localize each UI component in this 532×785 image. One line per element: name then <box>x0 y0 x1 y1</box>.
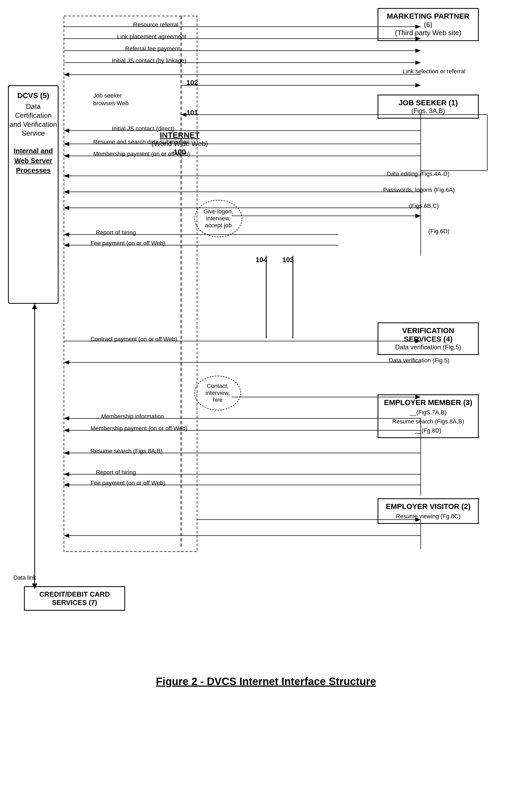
svg-marker-34 <box>64 232 69 237</box>
figs-6bc-label: (Figs.6B,C) <box>409 203 439 209</box>
employer-visitor-subtitle: Resume viewing (Fg.8C) <box>382 513 474 520</box>
svg-marker-36 <box>64 243 69 247</box>
give-logon-text: Give logon,interview,accept job <box>204 208 233 229</box>
job-seeker-browses-label: Job seekerbrowses Web <box>93 92 129 107</box>
svg-marker-52 <box>64 472 69 476</box>
svg-marker-58 <box>64 533 69 538</box>
svg-marker-26 <box>64 174 69 178</box>
svg-marker-50 <box>64 451 69 455</box>
employer-member-figs1: __(FigS.7A,B) <box>382 409 474 416</box>
employer-visitor-title: EMPLOYER VISITOR (2) <box>382 502 474 511</box>
dcvs-title: DCVS (5) <box>17 92 49 100</box>
svg-marker-10 <box>416 49 421 53</box>
initial-js-direct-label: Initial JS contact (direct) <box>112 125 175 132</box>
membership-payment-em-label: Membership payment (on or off Web) <box>90 425 187 432</box>
data-link-label: Data link <box>13 574 36 581</box>
employer-member-figs2: __(Fg.8D) <box>382 427 474 434</box>
membership-payment-js-label: Membership payment (on or off Web) <box>93 151 190 157</box>
svg-marker-16 <box>416 83 421 87</box>
fig-6d-label: (Fig.6D) <box>428 228 449 235</box>
contact-interview-text: Contact,interview,hire <box>206 383 230 403</box>
verification-services-title: VERIFICATIONSERVICES (4) <box>382 326 474 344</box>
data-verification-label: Data verification (Fig.5) <box>389 357 449 364</box>
svg-marker-32 <box>416 214 421 218</box>
verification-services-box: VERIFICATIONSERVICES (4) Data verificati… <box>378 323 479 355</box>
resource-referral-label: Resource referral <box>133 21 178 28</box>
resume-search-label: Resume search (Figs.8A,B) <box>90 448 162 455</box>
diagram-container: DCVS (5) DataCertificationand Verificati… <box>0 0 532 719</box>
svg-marker-14 <box>64 73 69 77</box>
employer-visitor-box: EMPLOYER VISITOR (2) Resume viewing (Fg.… <box>378 498 479 524</box>
svg-marker-48 <box>64 428 69 432</box>
report-hiring-js-label: Report of hiring <box>96 229 136 236</box>
figure-caption: Figure 2 - DVCS Internet Interface Struc… <box>156 676 376 687</box>
marketing-partner-subtitle: (6)(Third party Web site) <box>382 21 474 37</box>
job-seeker-box: JOB SEEKER (1) (Figs. 3A,B) <box>378 95 479 119</box>
dcvs-box: DCVS (5) DataCertificationand Verificati… <box>8 85 59 304</box>
employer-member-title: EMPLOYER MEMBER (3) <box>382 398 474 407</box>
fee-payment-js-label: Fee payment (on or off Web) <box>90 240 165 247</box>
dcvs-internal: Internal andWeb ServerProcesses <box>14 146 53 175</box>
num-103: 103 <box>282 256 294 264</box>
svg-marker-22 <box>64 142 69 146</box>
contact-interview-box: Contact,interview,hire <box>194 376 241 410</box>
svg-marker-28 <box>64 190 69 194</box>
svg-marker-18 <box>181 112 186 117</box>
num-102: 102 <box>186 79 198 87</box>
employer-member-resume: Resume search (Figs.8A,B) <box>382 418 474 425</box>
marketing-partner-box: MARKETING PARTNER (6)(Third party Web si… <box>378 8 479 41</box>
data-editing-label: Data editing (Figs.4A-D) <box>387 171 449 177</box>
initial-js-linkage-label: Initial JS contact (by linkage) <box>112 57 186 64</box>
credit-card-box: CREDIT/DEBIT CARD SERVICES (7) <box>24 586 125 611</box>
contract-payment-label: Contract payment (on or off Web) <box>90 336 177 343</box>
svg-marker-4 <box>32 304 37 309</box>
svg-marker-42 <box>64 360 69 364</box>
report-hiring-em-label: Report of hiring <box>96 469 136 476</box>
marketing-partner-title: MARKETING PARTNER <box>382 12 474 21</box>
employer-member-box: EMPLOYER MEMBER (3) __(FigS.7A,B) Resume… <box>378 395 479 438</box>
job-seeker-subtitle: (Figs. 3A,B) <box>382 107 474 115</box>
fee-payment-em-label: Fee payment (on or off Web) <box>90 480 165 486</box>
svg-marker-30 <box>64 206 69 210</box>
svg-marker-20 <box>64 128 69 133</box>
svg-marker-12 <box>416 60 421 65</box>
resume-submission-label: Resume and search data submission <box>93 138 190 146</box>
link-selection-label: Link selection or referral <box>403 68 466 75</box>
svg-marker-54 <box>64 483 69 487</box>
verification-services-subtitle: Data verification (Fig.5) <box>382 344 474 351</box>
link-placement-label: Link placement agreement <box>117 33 186 40</box>
svg-marker-46 <box>64 416 69 421</box>
num-104: 104 <box>256 256 267 264</box>
credit-card-title: CREDIT/DEBIT CARD SERVICES (7) <box>29 590 120 607</box>
num-101: 101 <box>186 109 198 117</box>
svg-marker-24 <box>64 154 69 158</box>
give-logon-box: Give logon,interview,accept job <box>194 200 242 237</box>
job-seeker-title: JOB SEEKER (1) <box>382 99 474 107</box>
passwords-logons-label: Passwords, logons (Fig.6A) <box>383 186 455 194</box>
referral-fee-label: Referral fee payment <box>125 45 180 52</box>
membership-info-label: Membership information <box>101 413 164 420</box>
dcvs-subtitle: DataCertificationand VerificationService <box>9 102 57 138</box>
